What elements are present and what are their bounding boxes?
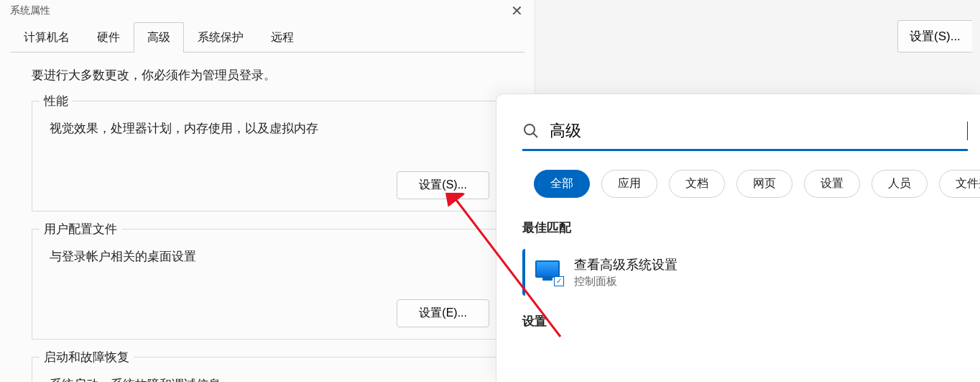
monitor-check-icon: ✓ [535,260,563,285]
dialog-title: 系统属性 [10,4,50,17]
text-cursor [967,122,968,140]
svg-point-1 [524,124,535,135]
search-icon [522,122,540,140]
tab-content-advanced: 要进行大多数更改，你必须作为管理员登录。 性能 视觉效果，处理器计划，内存使用，… [10,52,524,382]
tab-remote[interactable]: 远程 [257,22,308,53]
group-performance-legend: 性能 [40,93,73,109]
group-performance-desc: 视觉效果，处理器计划，内存使用，以及虚拟内存 [45,120,489,137]
group-user-profile-desc: 与登录帐户相关的桌面设置 [45,248,489,265]
tab-bar: 计算机名 硬件 高级 系统保护 远程 [0,22,535,52]
group-startup-recovery: 启动和故障恢复 系统启动、系统故障和调试信息 [32,357,503,382]
group-user-profile-legend: 用户配置文件 [40,221,121,237]
search-input[interactable]: 高级 [550,120,969,142]
filter-all[interactable]: 全部 [534,170,590,198]
system-properties-dialog: 系统属性 ✕ 计算机名 硬件 高级 系统保护 远程 要进行大多数更改，你必须作为… [0,0,535,382]
filter-apps[interactable]: 应用 [601,170,657,198]
search-box[interactable]: 高级 [522,120,968,151]
group-performance: 性能 视觉效果，处理器计划，内存使用，以及虚拟内存 设置(S)... [32,101,503,212]
profile-settings-button[interactable]: 设置(E)... [397,299,489,327]
tab-advanced[interactable]: 高级 [134,22,184,53]
filter-people[interactable]: 人员 [872,170,928,198]
filter-files[interactable]: 文件夹 [939,170,980,198]
external-settings-button[interactable]: 设置(S)... [897,20,972,53]
search-result-text: 查看高级系统设置 控制面板 [574,256,678,288]
admin-note: 要进行大多数更改，你必须作为管理员登录。 [32,67,503,83]
section-best-match: 最佳匹配 [522,219,980,236]
external-settings-button-wrap: 设置(S)... [897,20,980,53]
filter-web[interactable]: 网页 [736,170,792,198]
dialog-titlebar: 系统属性 ✕ [0,0,535,22]
close-icon[interactable]: ✕ [506,2,527,19]
filter-docs[interactable]: 文档 [669,170,725,198]
search-result-best[interactable]: ✓ 查看高级系统设置 控制面板 [522,249,980,296]
group-startup-desc: 系统启动、系统故障和调试信息 [45,376,489,382]
section-settings: 设置 [522,313,980,329]
filter-settings[interactable]: 设置 [804,170,860,198]
tab-computer-name[interactable]: 计算机名 [10,22,83,53]
group-user-profile: 用户配置文件 与登录帐户相关的桌面设置 设置(E)... [32,229,503,340]
tab-hardware[interactable]: 硬件 [83,22,134,53]
performance-settings-button[interactable]: 设置(S)... [397,171,489,199]
search-filter-row: 全部 应用 文档 网页 设置 人员 文件夹 [522,170,980,198]
search-result-subtitle: 控制面板 [574,275,678,288]
group-startup-legend: 启动和故障恢复 [40,349,134,365]
svg-line-2 [533,133,537,137]
tab-system-protection[interactable]: 系统保护 [184,22,257,53]
search-result-title: 查看高级系统设置 [574,256,678,273]
windows-search-panel: 高级 全部 应用 文档 网页 设置 人员 文件夹 最佳匹配 ✓ 查看高级系统设置… [496,94,980,382]
